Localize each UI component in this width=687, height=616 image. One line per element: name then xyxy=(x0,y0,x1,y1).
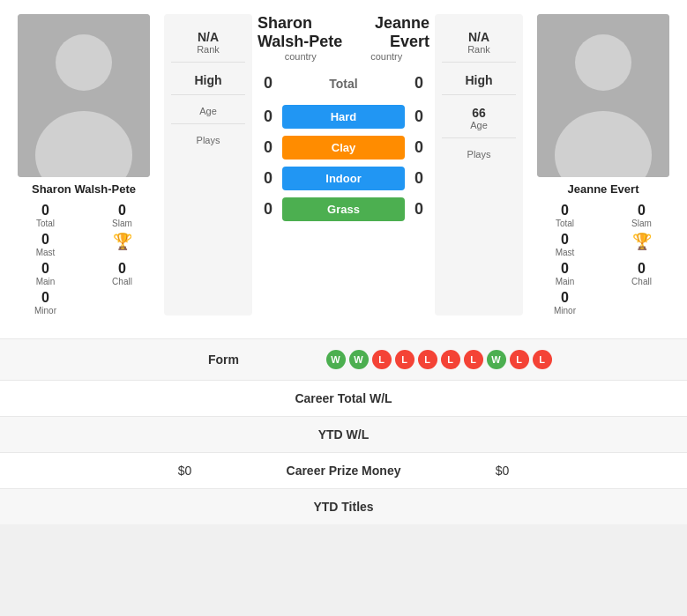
clay-score-p2: 0 xyxy=(408,138,429,157)
svg-point-4 xyxy=(575,34,631,91)
player2-age-row: 66 Age xyxy=(442,99,516,138)
player2-rank-row: N/A Rank xyxy=(442,23,516,63)
form-badge-w: W xyxy=(349,350,369,369)
indoor-score-p2: 0 xyxy=(408,169,429,188)
player2-name-center: Jeanne Evert country xyxy=(344,14,430,65)
player2-slam-value: 0 xyxy=(638,203,646,219)
total-score-row: 0 Total 0 xyxy=(258,74,429,93)
player2-main-label: Main xyxy=(556,277,575,286)
player2-high-value: High xyxy=(465,73,492,87)
player1-slam-label: Slam xyxy=(112,219,132,228)
player1-total-value: 0 xyxy=(41,203,49,219)
player1-slam-stat: 0 Slam xyxy=(86,203,159,228)
player1-trophy-area: 🏆 xyxy=(86,232,159,257)
total-score-p1: 0 xyxy=(258,74,279,93)
player1-name: Sharon Walsh-Pete xyxy=(32,182,136,196)
ytd-wl-label: YTD W/L xyxy=(256,427,432,442)
hard-score-p1: 0 xyxy=(258,108,279,126)
svg-point-1 xyxy=(56,34,112,91)
form-badge-l: L xyxy=(418,350,437,369)
player2-right-stats: N/A Rank High 66 Age Plays xyxy=(435,14,523,315)
player2-main-value: 0 xyxy=(561,261,569,277)
grass-score-row: 0 Grass 0 xyxy=(258,197,429,221)
player1-card: Sharon Walsh-Pete 0 Total 0 Slam 0 Mast … xyxy=(9,14,159,315)
player1-minor-stat: 0 Minor xyxy=(9,290,82,315)
player2-age-label: Age xyxy=(470,120,488,130)
player2-country: country xyxy=(344,51,430,62)
grass-score-p2: 0 xyxy=(408,200,429,219)
career-prize-row: $0 Career Prize Money $0 xyxy=(0,452,687,488)
center-column: Sharon Walsh-Pete country Jeanne Evert c… xyxy=(258,14,429,315)
player2-name: Jeanne Evert xyxy=(568,182,639,196)
hard-score-row: 0 Hard 0 xyxy=(258,105,429,129)
player2-mast-label: Mast xyxy=(556,248,575,257)
player2-prize: $0 xyxy=(432,464,573,478)
player2-rank-value: N/A xyxy=(468,30,489,44)
player1-total-label: Total xyxy=(36,219,55,228)
form-badge-w: W xyxy=(487,350,506,369)
player2-rank-label: Rank xyxy=(467,44,490,55)
clay-surface-btn: Clay xyxy=(282,136,405,160)
indoor-score-row: 0 Indoor 0 xyxy=(258,167,429,190)
player1-minor-value: 0 xyxy=(41,290,49,306)
grass-score-p1: 0 xyxy=(258,200,279,219)
player1-age-label: Age xyxy=(199,106,217,116)
player1-main-value: 0 xyxy=(41,261,49,277)
player2-minor-stat: 0 Minor xyxy=(528,290,601,315)
form-badge-l: L xyxy=(464,350,483,369)
player1-plays-label: Plays xyxy=(197,135,220,145)
player2-high-row: High xyxy=(442,66,516,95)
hard-score-p2: 0 xyxy=(408,108,429,126)
form-badge-l: L xyxy=(372,350,392,369)
player1-rank-label: Rank xyxy=(197,44,220,55)
grass-surface-btn: Grass xyxy=(282,197,405,221)
form-badge-l: L xyxy=(441,350,460,369)
indoor-score-p1: 0 xyxy=(258,169,279,188)
player1-high-row: High xyxy=(171,66,245,95)
player2-plays-label: Plays xyxy=(467,149,491,160)
player1-total-stat: 0 Total xyxy=(9,203,82,228)
form-badge-l: L xyxy=(510,350,529,369)
total-score-p2: 0 xyxy=(408,74,429,93)
player1-mast-value: 0 xyxy=(41,232,49,248)
player2-chall-value: 0 xyxy=(638,261,646,277)
player1-country: country xyxy=(258,51,344,62)
career-prize-label: Career Prize Money xyxy=(256,464,432,478)
bottom-section: Form WWLLLLLWLL Career Total W/L YTD W/L… xyxy=(0,338,687,524)
form-label: Form xyxy=(136,353,312,367)
player1-prize: $0 xyxy=(115,464,256,478)
player2-mast-stat: 0 Mast xyxy=(528,232,601,257)
form-row: Form WWLLLLLWLL xyxy=(0,338,687,380)
player2-chall-stat: 0 Chall xyxy=(605,261,678,286)
player2-mast-value: 0 xyxy=(561,232,569,248)
player1-high-value: High xyxy=(194,73,221,87)
player1-minor-label: Minor xyxy=(34,306,56,315)
career-wl-label: Career Total W/L xyxy=(256,391,432,405)
player2-card: Jeanne Evert 0 Total 0 Slam 0 Mast 🏆 xyxy=(528,14,678,315)
ytd-titles-row: YTD Titles xyxy=(0,488,687,524)
form-badge-w: W xyxy=(326,350,346,369)
player2-main-stat: 0 Main xyxy=(528,261,601,286)
player2-minor-value: 0 xyxy=(561,290,569,306)
hard-surface-btn: Hard xyxy=(282,105,405,129)
total-label: Total xyxy=(279,77,408,91)
player2-total-label: Total xyxy=(556,219,574,228)
player1-chall-stat: 0 Chall xyxy=(86,261,159,286)
player1-mast-label: Mast xyxy=(36,248,56,257)
player2-slam-label: Slam xyxy=(631,219,652,228)
player2-trophy-area: 🏆 xyxy=(605,232,678,257)
player2-minor-label: Minor xyxy=(554,306,576,315)
player1-chall-value: 0 xyxy=(118,261,126,277)
player1-main-label: Main xyxy=(36,277,56,286)
form-badge-l: L xyxy=(533,350,552,369)
player2-slam-stat: 0 Slam xyxy=(605,203,678,228)
player2-total-stat: 0 Total xyxy=(528,203,601,228)
player1-slam-value: 0 xyxy=(118,203,126,219)
player1-name-center: Sharon Walsh-Pete country xyxy=(258,14,344,65)
player1-rank-value: N/A xyxy=(198,30,219,44)
ytd-wl-row: YTD W/L xyxy=(0,416,687,452)
player2-age-value: 66 xyxy=(472,106,486,120)
clay-score-p1: 0 xyxy=(258,138,279,157)
ytd-titles-label: YTD Titles xyxy=(256,500,432,514)
form-badges-container: WWLLLLLWLL xyxy=(326,350,552,369)
